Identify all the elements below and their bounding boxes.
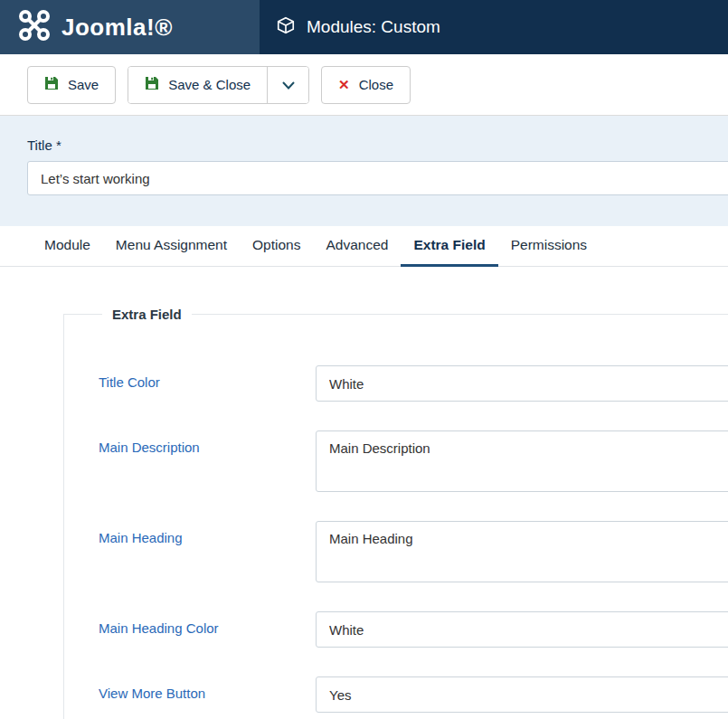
main-heading-label: Main Heading bbox=[99, 521, 316, 582]
view-more-button-label: View More Button bbox=[99, 676, 316, 713]
fieldset-legend: Extra Field bbox=[102, 307, 192, 322]
field-row-main-heading-color: Main Heading Color bbox=[99, 611, 728, 648]
field-row-main-description: Main Description Main Description bbox=[99, 430, 728, 492]
tab-bar: Module Menu Assignment Options Advanced … bbox=[0, 226, 728, 267]
main-heading-color-input[interactable] bbox=[316, 611, 728, 648]
tab-menu-assignment[interactable]: Menu Assignment bbox=[103, 226, 240, 267]
tab-module[interactable]: Module bbox=[32, 226, 103, 267]
content-card: Module Menu Assignment Options Advanced … bbox=[0, 226, 728, 719]
main-heading-color-label: Main Heading Color bbox=[99, 611, 316, 648]
save-button[interactable]: Save bbox=[27, 66, 116, 104]
field-row-title-color: Title Color bbox=[99, 365, 728, 402]
brand-wordmark: Joomla!® bbox=[61, 14, 173, 42]
main-description-label: Main Description bbox=[99, 430, 316, 492]
title-field-label: Title * bbox=[27, 137, 728, 153]
save-button-label: Save bbox=[68, 77, 99, 92]
save-close-button-label: Save & Close bbox=[168, 77, 251, 92]
save-icon bbox=[145, 76, 159, 93]
save-close-button-group: Save & Close bbox=[128, 66, 309, 104]
page-title-bar: Modules: Custom bbox=[260, 0, 728, 54]
title-color-label: Title Color bbox=[99, 365, 316, 402]
toolbar: Save Save & Close ✕ Close bbox=[0, 54, 728, 116]
chevron-down-icon bbox=[282, 77, 295, 93]
save-options-dropdown-toggle[interactable] bbox=[267, 67, 308, 103]
title-input[interactable] bbox=[27, 161, 728, 195]
field-row-view-more-button: View More Button bbox=[99, 676, 728, 713]
extra-field-fieldset: Extra Field Title Color Main Description… bbox=[63, 307, 728, 719]
save-close-button[interactable]: Save & Close bbox=[128, 67, 267, 103]
module-cube-icon bbox=[276, 15, 296, 40]
main-description-textarea[interactable]: Main Description bbox=[316, 430, 728, 492]
close-button-label: Close bbox=[359, 77, 393, 92]
page-title: Modules: Custom bbox=[307, 17, 440, 37]
close-icon: ✕ bbox=[338, 77, 350, 93]
brand-area: Joomla!® bbox=[0, 0, 260, 54]
view-more-button-input[interactable] bbox=[316, 676, 728, 713]
main-heading-textarea[interactable]: Main Heading bbox=[316, 521, 728, 582]
tab-advanced[interactable]: Advanced bbox=[313, 226, 401, 267]
tab-options[interactable]: Options bbox=[240, 226, 313, 267]
joomla-logo-icon bbox=[18, 9, 51, 45]
tab-extra-field[interactable]: Extra Field bbox=[401, 226, 497, 267]
field-row-main-heading: Main Heading Main Heading bbox=[99, 521, 728, 582]
title-color-input[interactable] bbox=[316, 365, 728, 402]
close-button[interactable]: ✕ Close bbox=[321, 66, 411, 104]
title-section: Title * bbox=[0, 116, 728, 226]
tab-permissions[interactable]: Permissions bbox=[498, 226, 600, 267]
app-header: Joomla!® Modules: Custom bbox=[0, 0, 728, 54]
save-icon bbox=[44, 76, 59, 93]
